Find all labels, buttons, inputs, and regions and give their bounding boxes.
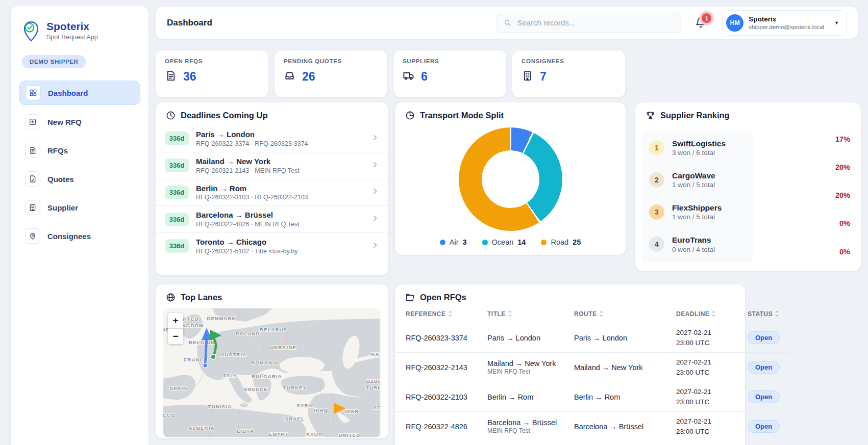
column-header-status[interactable]: STATUS	[742, 304, 791, 323]
deadline-row[interactable]: 336dToronto → ChicagoRFQ-260321-5102 · T…	[156, 232, 388, 259]
open-rfqs-card: Open RFQs REFERENCETITLEROUTEDEADLINESTA…	[395, 284, 745, 445]
deadline-row[interactable]: 336dBerlin → RomRFQ-260322-3103 · RFQ-26…	[156, 179, 388, 206]
lanes-title: Top Lanes	[181, 293, 222, 302]
win-rate: 17%	[835, 135, 850, 143]
stat-value: 26	[302, 70, 315, 84]
column-header-reference[interactable]: REFERENCE	[395, 304, 482, 323]
deadline-row[interactable]: 336dMailand → New YorkRFQ-260321-2143 · …	[156, 152, 388, 179]
transport-title: Transport Mode Split	[420, 111, 504, 120]
sidebar-item-quotes[interactable]: Quotes	[19, 167, 140, 191]
deadline-row[interactable]: 336dBarcelona → BrüsselRFQ-260322-4826 ·…	[156, 205, 388, 232]
sidebar-item-dashboard[interactable]: Dashboard	[19, 81, 140, 105]
deadlines-card: Deadlines Coming Up 336dParis → LondonRF…	[156, 102, 388, 275]
status-badge: Open	[748, 361, 780, 374]
doc-icon	[165, 70, 177, 84]
cell-route: Berlin → Rom	[569, 382, 671, 412]
cell-reference: RFQ-260322-4826	[395, 412, 482, 441]
supplier-record: 3 won / 6 total	[672, 149, 726, 156]
user-name: Spoterix	[749, 15, 824, 24]
sidebar-item-rfqs[interactable]: RFQs	[19, 139, 140, 162]
table-row[interactable]: RFQ-260322-2143Mailand → New YorkMEIN RF…	[395, 353, 791, 382]
deadline-row[interactable]: 336dParis → LondonRFQ-260322-3374 · RFQ-…	[156, 125, 388, 152]
chevron-right-icon	[371, 134, 379, 144]
rank-badge: 2	[649, 172, 664, 188]
days-left-badge: 336d	[165, 159, 189, 172]
sidebar-item-new-rfq[interactable]: New RFQ	[19, 110, 140, 134]
country-label: ITALY	[221, 373, 237, 378]
cell-deadline: 2027-02-2123:00 UTC	[671, 323, 742, 353]
role-badge: DEMO SHIPPER	[22, 55, 86, 68]
table-body: RFQ-260323-3374Paris → LondonParis → Lon…	[395, 323, 791, 441]
cell-deadline: 2027-02-2123:00 UTC	[671, 353, 742, 382]
grid-icon	[26, 85, 41, 100]
stat-card-pending-quotes: PENDING QUOTES26	[275, 50, 387, 97]
country-label: AFGHANISTAN	[373, 405, 380, 410]
pie-chart-icon	[405, 111, 415, 120]
table-row[interactable]: RFQ-260323-3374Paris → LondonParis → Lon…	[395, 323, 791, 353]
cell-route: Mailand → New York	[569, 353, 671, 382]
win-rate: 20%	[835, 191, 850, 199]
sidebar-item-consignees[interactable]: Consignees	[19, 224, 140, 248]
supplier-name: EuroTrans	[672, 235, 715, 245]
column-header-route[interactable]: ROUTE	[569, 304, 671, 323]
win-rate: 0%	[839, 248, 850, 256]
deadline-date: 2027-02-21	[676, 387, 737, 397]
page-title: Dashboard	[167, 18, 212, 28]
cell-title: Mailand → New YorkMEIN RFQ Test	[482, 353, 569, 382]
stat-label: PENDING QUOTES	[284, 58, 378, 64]
zoom-out-button[interactable]: −	[168, 328, 183, 344]
deadline-meta: RFQ-260322-3374 · RFQ-260323-3374	[196, 140, 364, 147]
cell-deadline: 2027-02-2123:00 UTC	[671, 412, 742, 441]
country-label: UZBEKISTAN	[366, 378, 380, 384]
cell-title: Paris → London	[482, 323, 569, 353]
deadline-route: Berlin → Rom	[196, 184, 364, 194]
stat-value: 36	[183, 70, 196, 84]
deadline-time: 23:00 UTC	[676, 397, 737, 407]
column-header-deadline[interactable]: DEADLINE	[671, 304, 742, 323]
search-icon	[504, 19, 511, 27]
legend-value: 3	[462, 238, 466, 246]
cell-reference: RFQ-260322-2143	[395, 353, 482, 382]
deadline-route: Mailand → New York	[196, 157, 364, 167]
cell-route: Paris → London	[569, 323, 671, 353]
table-row[interactable]: RFQ-260322-4826Barcelona → BrüsselMEIN R…	[395, 412, 791, 441]
country-label: BULGARIA	[252, 374, 282, 379]
country-label: UKRAINE	[270, 345, 296, 350]
notifications-button[interactable]: 1	[695, 17, 707, 29]
country-label: BELARUS	[260, 327, 287, 332]
deadlines-list: 336dParis → LondonRFQ-260322-3374 · RFQ-…	[156, 125, 388, 259]
user-email: shipper.demo@spoterix.local	[749, 24, 824, 30]
sidebar-item-supplier[interactable]: Supplier	[19, 196, 140, 219]
sort-icon	[711, 310, 716, 318]
cell-route: Barcelona → Brüssel	[569, 412, 671, 441]
country-label: TURKEY	[283, 385, 307, 390]
chevron-right-icon	[371, 161, 379, 171]
supplier-record: 0 won / 4 total	[672, 246, 715, 253]
legend-item-road: Road25	[541, 238, 581, 246]
map-zoom-control: + −	[168, 313, 183, 344]
sidebar-item-label: RFQs	[47, 146, 68, 155]
avatar: HM	[726, 14, 743, 32]
top-lanes-card: Top Lanes	[156, 284, 388, 438]
rfq-subtitle: MEIN RFQ Test	[487, 368, 564, 375]
table-header-row: REFERENCETITLEROUTEDEADLINESTATUS	[395, 304, 791, 323]
days-left-badge: 336d	[165, 239, 189, 253]
deadline-time: 23:00 UTC	[676, 368, 737, 378]
legend-label: Air	[450, 238, 459, 246]
user-menu[interactable]: HM Spoterix shipper.demo@spoterix.local …	[722, 10, 847, 36]
table-row[interactable]: RFQ-260322-2103Berlin → RomBerlin → Rom2…	[395, 382, 791, 412]
country-label: ISRAEL	[283, 416, 305, 422]
days-left-badge: 336d	[165, 213, 189, 226]
stat-card-consignees: CONSIGNEES7	[512, 50, 625, 97]
deadline-date: 2027-02-21	[676, 357, 737, 368]
country-label: IRAN	[344, 408, 359, 414]
map-viewport[interactable]: UNITEDKINGDOMIRELANDDENMARKPOLANDBELARUS…	[163, 308, 381, 437]
cell-status: Open	[742, 353, 791, 382]
rank-badge: 4	[649, 237, 664, 252]
column-header-title[interactable]: TITLE	[482, 304, 569, 323]
search-input[interactable]	[516, 18, 674, 28]
chevron-right-icon	[371, 187, 379, 197]
country-label: EGYPT	[269, 431, 288, 437]
search-box[interactable]	[497, 13, 681, 33]
zoom-in-button[interactable]: +	[168, 313, 183, 328]
